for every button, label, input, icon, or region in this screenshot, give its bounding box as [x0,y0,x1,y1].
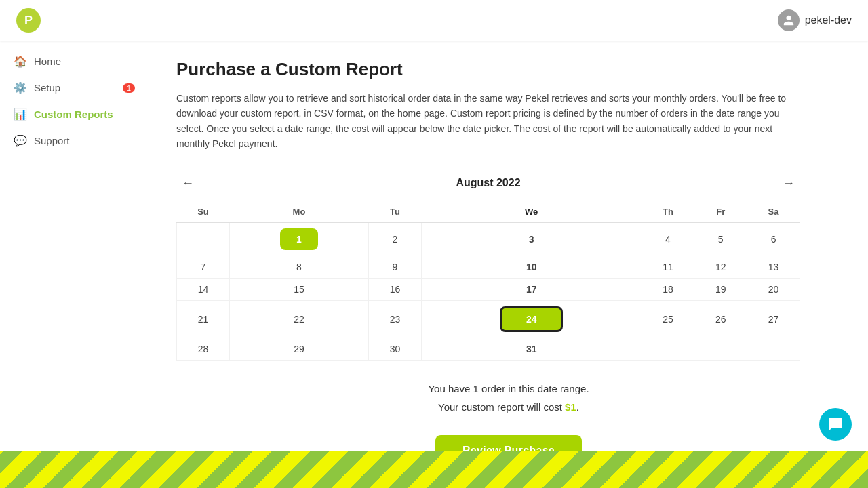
day-empty [747,338,800,360]
description-text: Custom reports allow you to retrieve and… [176,91,787,152]
avatar [778,9,800,31]
day-2[interactable]: 2 [369,222,422,256]
day-18[interactable]: 18 [642,278,694,300]
setup-badge: 1 [123,83,135,93]
col-fr: Fr [694,201,747,223]
col-su: Su [177,201,230,223]
calendar: ← August 2022 → Su Mo Tu We Th Fr Sa [176,174,800,361]
main-content: Purchase a Custom Report Custom reports … [149,37,868,451]
day-21[interactable]: 21 [177,300,230,338]
cost-suffix: . [576,401,579,413]
cost-value: $1 [565,401,576,413]
day-11[interactable]: 11 [642,256,694,278]
sidebar: 🏠 Home ⚙️ Setup 1 📊 Custom Reports 💬 Sup… [0,37,149,451]
cost-prefix: Your custom report will cost [438,401,565,413]
day-14[interactable]: 14 [177,278,230,300]
header: P pekel-dev [0,0,868,41]
day-empty [694,338,747,360]
day-8[interactable]: 8 [229,256,368,278]
logo-text: P [24,14,33,28]
custom-reports-icon: 📊 [14,108,27,121]
col-sa: Sa [747,201,800,223]
sidebar-item-home[interactable]: 🏠 Home [0,48,149,75]
day-20[interactable]: 20 [747,278,800,300]
day-6[interactable]: 6 [747,222,800,256]
day-16[interactable]: 16 [369,278,422,300]
sidebar-item-setup[interactable]: ⚙️ Setup 1 [0,75,149,101]
day-10[interactable]: 10 [421,256,642,278]
month-label: August 2022 [456,177,520,189]
col-we: We [421,201,642,223]
logo: P [16,8,41,33]
page-title: Purchase a Custom Report [176,59,841,80]
table-row: 14 15 16 17 18 19 20 [177,278,800,300]
sidebar-item-support[interactable]: 💬 Support [0,127,149,154]
calendar-grid: Su Mo Tu We Th Fr Sa 1 2 3 [176,201,800,361]
cost-text: Your custom report will cost $1. [176,398,841,416]
day-7[interactable]: 7 [177,256,230,278]
day-5[interactable]: 5 [694,222,747,256]
layout: 🏠 Home ⚙️ Setup 1 📊 Custom Reports 💬 Sup… [0,37,868,451]
day-25[interactable]: 25 [642,300,694,338]
day-3[interactable]: 3 [421,222,642,256]
table-row: 1 2 3 4 5 6 [177,222,800,256]
user-profile[interactable]: pekel-dev [778,9,852,31]
day-31[interactable]: 31 [421,338,642,360]
sidebar-item-custom-reports[interactable]: 📊 Custom Reports [0,101,149,127]
order-summary: You have 1 order in this date range. You… [176,380,841,416]
setup-icon: ⚙️ [14,81,27,94]
col-mo: Mo [229,201,368,223]
day-27[interactable]: 27 [747,300,800,338]
col-tu: Tu [369,201,422,223]
username-label: pekel-dev [805,14,852,26]
day-29[interactable]: 29 [229,338,368,360]
day-28[interactable]: 28 [177,338,230,360]
chat-bubble-button[interactable] [819,408,852,441]
day-4[interactable]: 4 [642,222,694,256]
order-count-text: You have 1 order in this date range. [176,380,841,398]
sidebar-item-support-label: Support [34,135,70,146]
next-month-button[interactable]: → [777,174,800,193]
table-row: 7 8 9 10 11 12 13 [177,256,800,278]
day-17[interactable]: 17 [421,278,642,300]
day-26[interactable]: 26 [694,300,747,338]
day-22[interactable]: 22 [229,300,368,338]
bottom-stripe-bg [0,451,868,488]
day-empty [177,222,230,256]
day-empty [642,338,694,360]
day-13[interactable]: 13 [747,256,800,278]
review-purchase-button[interactable]: Review Purchase [435,435,582,451]
day-12[interactable]: 12 [694,256,747,278]
day-9[interactable]: 9 [369,256,422,278]
table-row: 21 22 23 24 25 26 27 [177,300,800,338]
sidebar-item-home-label: Home [34,56,61,67]
day-30[interactable]: 30 [369,338,422,360]
day-1[interactable]: 1 [229,222,368,256]
day-15[interactable]: 15 [229,278,368,300]
home-icon: 🏠 [14,55,27,68]
day-19[interactable]: 19 [694,278,747,300]
table-row: 28 29 30 31 [177,338,800,360]
support-icon: 💬 [14,134,27,147]
day-24[interactable]: 24 [421,300,642,338]
calendar-header: ← August 2022 → [176,174,800,193]
col-th: Th [642,201,694,223]
day-23[interactable]: 23 [369,300,422,338]
sidebar-item-custom-reports-label: Custom Reports [34,108,113,120]
sidebar-item-setup-label: Setup [34,82,60,94]
prev-month-button[interactable]: ← [176,174,199,193]
